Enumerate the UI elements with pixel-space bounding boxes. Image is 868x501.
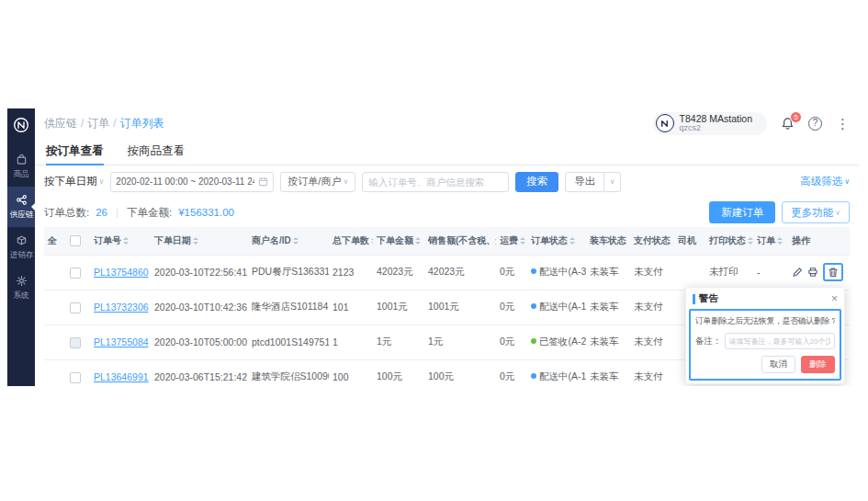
order-amount-value: ¥156331.00 — [178, 207, 234, 218]
sort-icon[interactable] — [777, 237, 783, 245]
supply-chain-icon — [16, 194, 28, 206]
sort-icon[interactable] — [748, 237, 753, 245]
order-id-link[interactable]: PL13732306 — [94, 302, 149, 313]
col-order-status[interactable]: 订单状态 — [527, 227, 586, 255]
notification-bell-icon[interactable]: 5 — [781, 117, 795, 131]
sidebar-item-system[interactable]: 系统 — [7, 268, 35, 308]
more-functions-button[interactable]: 更多功能 ∨ — [782, 201, 850, 223]
user-account-chip[interactable]: T8428 MAstation qzcs2 — [653, 112, 767, 135]
keyword-type-select[interactable]: 按订单/商户 ∨ — [280, 172, 355, 192]
col-print-status[interactable]: 打印状态 — [705, 227, 753, 255]
col-freight[interactable]: 运费 — [496, 227, 527, 255]
sort-icon[interactable] — [371, 237, 373, 245]
order-id-link[interactable]: PL13755084 — [94, 336, 149, 347]
date-type-select[interactable]: 按下单日期 ∨ — [44, 175, 104, 188]
remark-row: 备注： — [695, 333, 835, 349]
table-row: PL13754860 2020-03-10T22:56:41 PDU餐厅S136… — [44, 255, 850, 290]
sidebar-item-label: 商品 — [13, 168, 28, 179]
status-text: 配送中(A-1-1) — [539, 301, 586, 312]
topbar: 供应链/订单/订单列表 T8428 MAstation qzcs2 — [35, 108, 859, 138]
main-area: 供应链/订单/订单列表 T8428 MAstation qzcs2 — [35, 108, 859, 386]
sidebar-item-label: 供应链 — [9, 209, 33, 220]
more-menu-icon[interactable]: ⋮ — [836, 117, 850, 131]
close-icon[interactable]: × — [831, 293, 838, 304]
help-icon[interactable]: ? — [808, 117, 822, 131]
sort-icon[interactable] — [415, 237, 421, 245]
order-total-label: 订单总数: — [44, 206, 89, 220]
select-all-checkbox[interactable] — [70, 235, 81, 246]
view-tabs: 按订单查看 按商品查看 — [35, 138, 859, 165]
export-button[interactable]: 导出 — [565, 172, 604, 192]
dialog-accent-bar — [693, 294, 695, 304]
col-pay-status: 支付状态 — [630, 227, 674, 255]
col-merchant[interactable]: 商户名/ID — [248, 227, 329, 255]
inventory-box-icon — [16, 234, 28, 246]
status-dot — [531, 338, 536, 344]
delete-button[interactable]: 删除 — [801, 356, 835, 373]
goods-icon — [16, 154, 28, 165]
app-window: 商品 供应链 进销存 系统 — [7, 108, 859, 386]
sidebar-item-label: 系统 — [13, 290, 28, 301]
avatar — [656, 114, 674, 132]
user-id: qzcs2 — [680, 124, 752, 133]
order-id-link[interactable]: PL13754860 — [94, 267, 149, 278]
breadcrumb-orders[interactable]: 订单 — [87, 117, 109, 130]
chevron-down-icon: ∨ — [99, 177, 105, 186]
calendar-icon — [258, 176, 268, 187]
advanced-filter-link[interactable]: 高级筛选 ∨ — [800, 175, 850, 188]
sort-icon[interactable] — [520, 237, 525, 245]
status-text: 配送中(A-1-1) — [539, 370, 586, 381]
delete-confirm-dialog: 警告 × 订单删除之后无法恢复，是否确认删除？ 备注： 取消 删除 — [685, 287, 845, 384]
app-logo — [13, 117, 29, 133]
dialog-title: 警告 — [699, 292, 828, 305]
dialog-buttons: 取消 删除 — [695, 356, 835, 373]
row-checkbox[interactable] — [70, 372, 81, 383]
sidebar-item-supply-chain[interactable]: 供应链 — [7, 187, 35, 227]
gear-icon — [16, 275, 28, 287]
print-icon[interactable] — [807, 267, 818, 278]
col-order-source[interactable]: 订单 — [753, 227, 788, 255]
status-text: 配送中(A-3-1) — [539, 266, 586, 277]
keyword-search-input[interactable] — [362, 172, 509, 192]
chevron-down-icon: ∨ — [844, 177, 850, 186]
tab-product-view[interactable]: 按商品查看 — [128, 138, 186, 165]
sidebar-item-inventory[interactable]: 进销存 — [7, 227, 35, 268]
cancel-button[interactable]: 取消 — [761, 356, 795, 373]
col-driver: 司机 — [674, 227, 705, 255]
export-split-button: 导出 ∨ — [565, 172, 621, 192]
export-dropdown-icon[interactable]: ∨ — [604, 172, 621, 192]
chevron-down-icon: ∨ — [343, 177, 348, 186]
edit-icon[interactable] — [792, 267, 803, 278]
date-range-picker[interactable] — [110, 172, 274, 192]
sort-icon[interactable] — [293, 237, 299, 245]
col-order-date[interactable]: 下单日期 — [151, 227, 248, 255]
order-total-value: 26 — [96, 207, 107, 218]
remark-label: 备注： — [695, 336, 722, 347]
tab-order-view[interactable]: 按订单查看 — [46, 138, 104, 165]
dialog-header: 警告 × — [686, 288, 844, 309]
sort-icon[interactable] — [193, 237, 198, 245]
remark-input[interactable] — [725, 333, 836, 349]
col-select-all-label: 全 — [44, 227, 66, 255]
row-actions — [792, 263, 846, 281]
status-dot — [531, 373, 536, 379]
col-order-id[interactable]: 订单号 — [90, 227, 151, 255]
col-total-count[interactable]: 总下单数 — [329, 227, 373, 255]
row-checkbox[interactable] — [70, 268, 81, 279]
date-range-input[interactable] — [116, 176, 254, 187]
sort-icon[interactable] — [123, 237, 129, 245]
search-button[interactable]: 搜索 — [515, 172, 558, 192]
chevron-down-icon: ∨ — [835, 209, 840, 217]
new-order-button[interactable]: 新建订单 — [709, 201, 775, 223]
status-text: 已签收(A-2-1) — [539, 336, 586, 347]
notification-badge: 5 — [790, 111, 802, 123]
delete-trash-icon[interactable] — [828, 267, 839, 278]
sidebar-item-goods[interactable]: 商品 — [7, 146, 35, 187]
col-order-amount[interactable]: 下单金额 — [373, 227, 424, 255]
row-checkbox[interactable] — [70, 302, 81, 313]
summary-bar: 订单总数: 26 | 下单金额: ¥156331.00 新建订单 更多功能 ∨ — [35, 198, 859, 227]
order-id-link[interactable]: PL13646991 — [94, 371, 149, 382]
breadcrumb-supply-chain[interactable]: 供应链 — [44, 117, 77, 130]
sort-icon[interactable] — [569, 237, 575, 245]
col-sales-amount[interactable]: 销售额(不含税、运) — [424, 227, 496, 255]
